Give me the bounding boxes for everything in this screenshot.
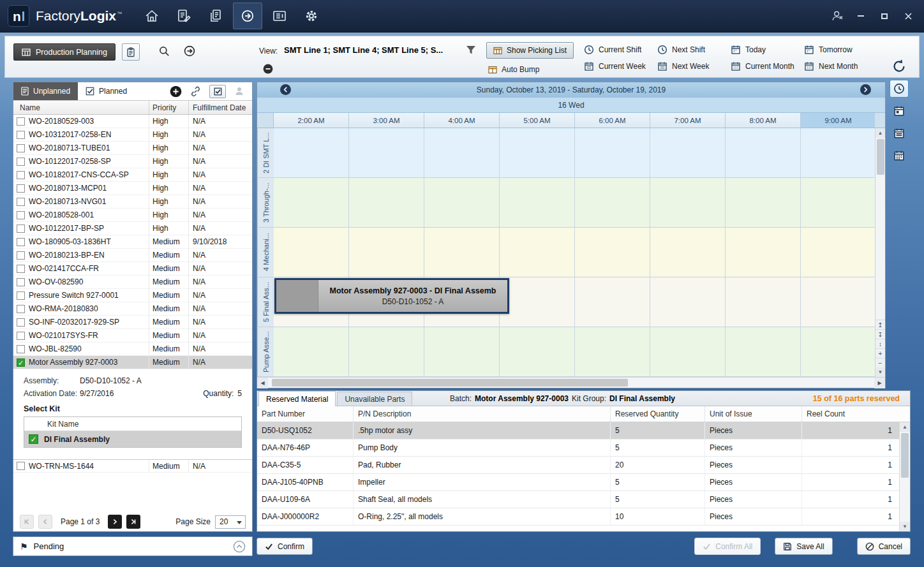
scrollbar-thumb[interactable] [272,379,628,387]
time-column-header[interactable]: 6:00 AM [575,113,650,128]
row-checkbox[interactable] [17,278,25,286]
tab-reserved-material[interactable]: Reserved Material [258,391,336,406]
row-checkbox[interactable] [17,291,25,300]
minimize-button[interactable] [854,9,868,23]
column-header-reel-count[interactable]: Reel Count [802,406,910,422]
row-checkbox[interactable] [17,318,25,327]
next-page-button[interactable] [108,515,122,529]
kit-row[interactable]: DI Final Assembly [24,431,241,447]
column-header-reserved-quantity[interactable]: Reserved Quantity [611,406,705,422]
time-column-header[interactable]: 5:00 AM [500,113,575,128]
time-column-header[interactable]: 8:00 AM [726,113,801,128]
next-week-button[interactable]: Next Week [657,61,731,71]
week-view-button[interactable] [890,124,909,142]
tomorrow-button[interactable]: Tomorrow [804,45,876,55]
production-planning-button[interactable]: Production Planning [13,43,116,61]
current-shift-button[interactable]: Current Shift [584,45,657,55]
close-button[interactable] [901,9,915,23]
task-drag-handle[interactable] [276,280,318,312]
part-row[interactable]: DAA-N76-46P Pump Body 5 Pieces 1 [257,439,910,457]
work-order-row[interactable]: WO-TRN-MS-1644 Medium N/A [13,459,252,473]
time-column-header[interactable]: 7:00 AM [650,113,726,128]
jump-to-top-button[interactable]: ↥ [876,320,886,329]
work-order-row[interactable]: WO-021417CCA-FR Medium N/A [13,262,252,276]
day-view-button[interactable] [890,102,909,120]
user-session-button[interactable] [830,9,844,23]
add-work-order-button[interactable] [170,85,182,98]
worksheets-nav-button[interactable] [169,3,198,29]
confirm-button[interactable]: Confirm [257,538,313,555]
collapse-button[interactable] [263,64,273,74]
kit-checkbox[interactable] [29,434,38,444]
link-work-order-button[interactable] [190,86,201,97]
schedule-lane[interactable] [274,128,875,177]
row-checkbox[interactable] [17,305,25,313]
work-order-row[interactable]: WO-20180528-001 High N/A [13,209,252,222]
work-order-row[interactable]: Motor Assembly 927-0003 Medium N/A [13,356,252,369]
current-week-button[interactable]: Current Week [584,61,657,71]
expand-status-button[interactable] [233,540,246,553]
column-header-date[interactable]: Fulfillment Date [189,101,252,114]
scheduled-task-bar[interactable]: Motor Assembly 927-0003 - DI Final Assem… [274,278,509,314]
current-month-button[interactable]: Current Month [731,61,804,71]
scroll-left-button[interactable]: ◀ [257,378,268,388]
row-checkbox[interactable] [17,345,25,353]
board-button[interactable] [122,43,140,61]
work-order-row[interactable]: WO-20180713-NVG01 High N/A [13,195,252,209]
scroll-right-button[interactable]: ▶ [874,378,885,388]
column-header-name[interactable]: Name [13,101,149,114]
view-value[interactable]: SMT Line 1; SMT Line 4; SMT Line 5; S... [284,45,443,55]
tab-unplanned[interactable]: Unplanned [13,82,78,100]
schedule-horizontal-scrollbar[interactable]: ◀ ▶ [257,377,885,388]
fit-rows-button[interactable]: ↕ [876,339,886,348]
work-order-row[interactable]: WO-10182017-CNS-CCA-SP High N/A [13,168,252,182]
refresh-schedule-button[interactable] [890,57,909,75]
column-header-priority[interactable]: Priority [149,101,189,114]
work-order-row[interactable]: WO-180905-03-1836HT Medium 9/10/2018 [13,235,252,249]
today-button[interactable]: Today [731,45,804,55]
reports-nav-button[interactable] [265,3,294,29]
time-column-header[interactable]: 4:00 AM [424,113,500,128]
show-selected-toggle[interactable] [209,85,226,98]
settings-nav-button[interactable] [297,3,326,29]
row-checkbox[interactable] [17,238,25,246]
schedule-lane[interactable] [274,228,875,277]
work-order-row[interactable]: WO-JBL-82590 Medium N/A [13,342,252,356]
month-view-button[interactable] [890,147,909,165]
schedule-vertical-scrollbar[interactable]: ▲ ↥ ↧ ↕ + − ▼ [875,128,885,377]
row-checkbox[interactable] [17,225,25,233]
row-checkbox[interactable] [17,265,25,273]
resource-label[interactable]: 5 Final Ass... [257,277,274,327]
first-page-button[interactable] [20,515,34,529]
search-button[interactable] [158,45,170,57]
scroll-down-button[interactable]: ▼ [900,522,910,531]
part-row[interactable]: DAA-J105-40PNB Impeller 5 Pieces 1 [257,474,910,491]
scrollbar-thumb[interactable] [901,433,909,478]
confirm-all-button[interactable]: Confirm All [694,538,761,555]
work-order-row[interactable]: WO-10122017-BP-SP High N/A [13,222,252,235]
next-shift-button[interactable]: Next Shift [657,45,731,55]
last-page-button[interactable] [126,515,140,529]
row-checkbox[interactable] [17,198,25,206]
scroll-down-button[interactable]: ▼ [876,367,886,377]
work-order-row[interactable]: WO-20180713-TUBE01 High N/A [13,142,252,155]
tab-planned[interactable]: Planned [78,82,135,100]
work-order-row[interactable]: Pressure Switch 927-0001 Medium N/A [13,289,252,302]
resource-label[interactable]: Pump Asse... [257,327,274,376]
row-checkbox[interactable] [17,117,25,126]
part-row[interactable]: D50-USQ1052 .5hp motor assy 5 Pieces 1 [257,422,910,439]
part-row[interactable]: DAA-U109-6A Shaft Seal, all models 5 Pie… [257,491,910,508]
row-checkbox[interactable] [17,332,25,340]
row-checkbox[interactable] [17,171,25,179]
scrollbar-thumb[interactable] [877,139,884,175]
parts-vertical-scrollbar[interactable]: ▲ ▼ [899,422,910,531]
next-month-button[interactable]: Next Month [804,61,876,71]
row-checkbox[interactable] [17,158,25,166]
row-checkbox[interactable] [17,211,25,219]
part-row[interactable]: DAA-J000000R2 O-Ring, 2.25", all models … [257,508,910,526]
next-week-arrow-button[interactable] [860,84,871,95]
shift-view-button[interactable] [890,80,909,98]
locate-button[interactable] [184,45,195,57]
work-order-row[interactable]: WO-RMA-20180830 Medium N/A [13,302,252,316]
day-header[interactable]: 16 Wed [257,97,885,112]
